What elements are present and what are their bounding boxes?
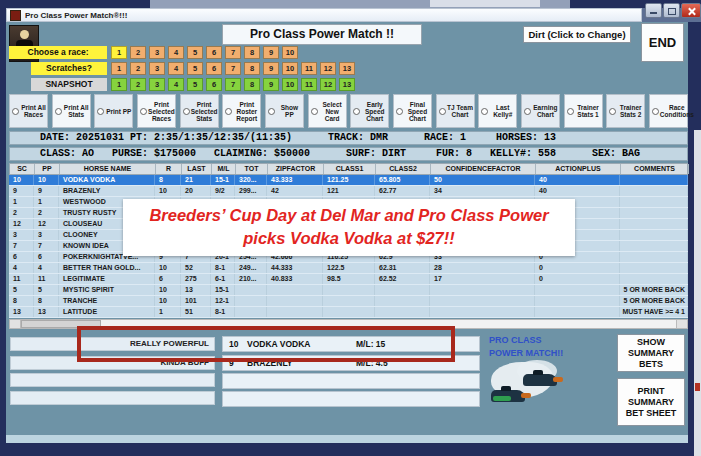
snapshot-button[interactable]: 7 [225, 78, 241, 91]
race-button[interactable]: 2 [130, 46, 146, 59]
option-print-all-stats[interactable]: Print All Stats [52, 94, 91, 128]
scratches-buttons: 12345678910111213 [111, 62, 355, 75]
option-trainer-stats-1[interactable]: Trainer Stats 1 [564, 94, 603, 128]
race-button[interactable]: 5 [187, 46, 203, 59]
snapshot-button[interactable]: 9 [263, 78, 279, 91]
scratch-button[interactable]: 5 [187, 62, 203, 75]
snapshot-button[interactable]: 12 [320, 78, 336, 91]
table-row[interactable]: 1313LATITUDE1518-1MUST HAVE >= 4 1 [9, 307, 688, 318]
column-header[interactable]: TOT [236, 164, 268, 174]
race-button[interactable]: 7 [225, 46, 241, 59]
maximize-button-icon[interactable] [663, 3, 680, 18]
option-trainer-stats-2[interactable]: Trainer Stats 2 [606, 94, 645, 128]
scratch-button[interactable]: 10 [282, 62, 298, 75]
pick-box[interactable] [222, 391, 480, 407]
pick-box[interactable] [222, 373, 480, 389]
option-print-all-races[interactable]: Print All Races [9, 94, 48, 128]
column-header[interactable]: ACTIONPLUS [536, 164, 621, 174]
option-print-selected-races[interactable]: Print Selected Races [137, 94, 176, 128]
table-cell [430, 296, 535, 306]
column-header[interactable]: M/L [212, 164, 236, 174]
show-summary-bets-button[interactable]: SHOW SUMMARY BETS [617, 334, 685, 372]
column-header[interactable]: HORSE NAME [60, 164, 156, 174]
snapshot-button[interactable]: 10 [282, 78, 298, 91]
snapshot-button[interactable]: 3 [149, 78, 165, 91]
scroll-right-icon[interactable] [676, 320, 687, 328]
option-print-roster-report[interactable]: Print Roster Report [222, 94, 261, 128]
snapshot-button[interactable]: 1 [111, 78, 127, 91]
snapshot-button[interactable]: 4 [168, 78, 184, 91]
race-button[interactable]: 1 [111, 46, 127, 59]
race-button[interactable]: 10 [282, 46, 298, 59]
table-cell: 6 [9, 252, 34, 262]
table-row[interactable]: 1010VODKA VODKA82115-1320...43.333121.25… [9, 175, 688, 186]
scratch-button[interactable]: 8 [244, 62, 260, 75]
scratch-button[interactable]: 6 [206, 62, 222, 75]
column-header[interactable]: ZIPFACTOR [268, 164, 324, 174]
column-header[interactable]: SC [10, 164, 35, 174]
column-header[interactable]: COMMENTS [621, 164, 689, 174]
scroll-left-icon[interactable] [10, 320, 21, 328]
window-titlebar[interactable]: Pro Class Power Match®!!! [6, 8, 642, 22]
table-cell: 11 [34, 274, 59, 284]
option-label: Trainer Stats 2 [617, 104, 644, 118]
table-row[interactable]: 44BETTER THAN GOLD...10528-1249...44.333… [9, 263, 688, 274]
column-header[interactable]: LAST [182, 164, 212, 174]
option-print-selected-stats[interactable]: Print Selected Stats [180, 94, 219, 128]
column-header[interactable]: CLASS1 [324, 164, 376, 174]
table-cell [323, 296, 375, 306]
option-show-pp[interactable]: Show PP [265, 94, 304, 128]
scratch-button[interactable]: 4 [168, 62, 184, 75]
option-race-conditions[interactable]: Race Conditions [649, 94, 688, 128]
print-summary-bet-sheet-button[interactable]: PRINT SUMMARY BET SHEET [617, 378, 685, 426]
end-button[interactable]: END [641, 23, 684, 62]
scratch-button[interactable]: 9 [263, 62, 279, 75]
scratch-button[interactable]: 1 [111, 62, 127, 75]
column-header[interactable]: R [156, 164, 182, 174]
column-header[interactable]: CONFIDENCEFACTOR [431, 164, 536, 174]
race-button[interactable]: 8 [244, 46, 260, 59]
option-last-kelly-[interactable]: Last Kelly# [478, 94, 517, 128]
snapshot-button[interactable]: 11 [301, 78, 317, 91]
column-header[interactable]: CLASS2 [376, 164, 431, 174]
table-row[interactable]: 88TRANCHE1010112-15 OR MORE BACK [9, 296, 688, 307]
column-header[interactable]: PP [35, 164, 60, 174]
option-label: Final Speed Chart [404, 101, 431, 122]
table-row[interactable]: 1111LEGITIMATE62756-1210...40.83398.562.… [9, 274, 688, 285]
race-button[interactable]: 9 [263, 46, 279, 59]
snapshot-button[interactable]: 8 [244, 78, 260, 91]
option-label: Trainer Stats 1 [575, 104, 602, 118]
snapshot-button[interactable]: 6 [206, 78, 222, 91]
snapshot-button[interactable]: 2 [130, 78, 146, 91]
table-cell: 21 [181, 175, 211, 185]
table-cell: 62.77 [375, 186, 430, 196]
table-cell: 43.333 [267, 175, 323, 185]
option-label: Early Speed Chart [361, 101, 388, 122]
close-button-icon[interactable] [681, 3, 701, 18]
option-early-speed-chart[interactable]: Early Speed Chart [350, 94, 389, 128]
scratch-button[interactable]: 13 [339, 62, 355, 75]
table-cell: 52 [181, 263, 211, 273]
surface-toggle-button[interactable]: Dirt (Click to Change) [523, 26, 631, 43]
option-print-pp[interactable]: Print PP [94, 94, 133, 128]
option-tj-team-chart[interactable]: TJ Team Chart [436, 94, 475, 128]
minimize-button-icon[interactable] [645, 3, 662, 18]
scratch-button[interactable]: 2 [130, 62, 146, 75]
option-earning-chart[interactable]: Earning Chart [521, 94, 560, 128]
table-cell: 65.805 [375, 175, 430, 185]
race-button[interactable]: 3 [149, 46, 165, 59]
radio-icon [353, 108, 360, 115]
snapshot-button[interactable]: 5 [187, 78, 203, 91]
pick-strength-label [10, 391, 215, 405]
option-final-speed-chart[interactable]: Final Speed Chart [393, 94, 432, 128]
scratch-button[interactable]: 3 [149, 62, 165, 75]
option-select-new-card[interactable]: Select New Card [308, 94, 347, 128]
scratch-button[interactable]: 12 [320, 62, 336, 75]
table-row[interactable]: 55MYSTIC SPIRIT101315-15 OR MORE BACK [9, 285, 688, 296]
race-button[interactable]: 6 [206, 46, 222, 59]
table-row[interactable]: 99BRAZENLY10209/2299...4212162.773440 [9, 186, 688, 197]
snapshot-button[interactable]: 13 [339, 78, 355, 91]
scratch-button[interactable]: 7 [225, 62, 241, 75]
race-button[interactable]: 4 [168, 46, 184, 59]
scratch-button[interactable]: 11 [301, 62, 317, 75]
